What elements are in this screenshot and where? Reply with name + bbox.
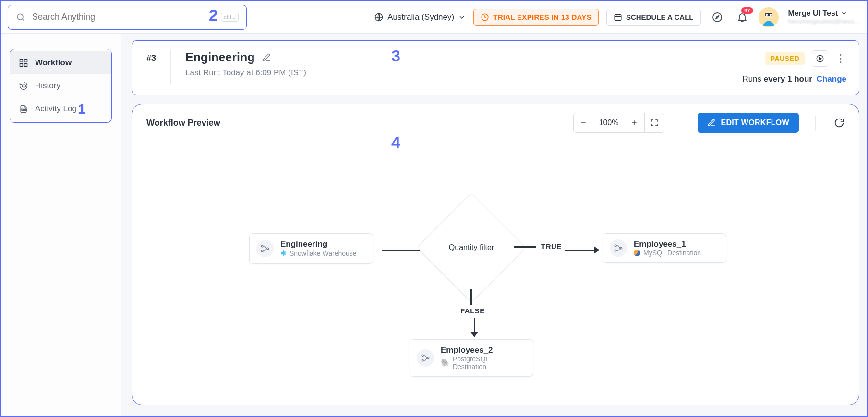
svg-rect-17 xyxy=(20,64,23,67)
compass-icon[interactable] xyxy=(709,9,726,26)
chevron-down-icon xyxy=(841,10,847,17)
edge-arrow xyxy=(470,289,472,305)
svg-point-13 xyxy=(765,13,767,15)
node-title: Employees_2 xyxy=(441,346,524,355)
svg-point-34 xyxy=(427,357,429,359)
svg-rect-18 xyxy=(24,64,27,67)
edit-workflow-button[interactable]: EDIT WORKFLOW xyxy=(698,113,799,133)
workflow-canvas[interactable]: Engineering ❄Snowflake Warehouse Quantit… xyxy=(142,140,849,395)
workflow-header: #3 Engineering Last Run: Today at 6:09 P… xyxy=(132,40,859,95)
sidebar-group: Workflow History LOG Activity Log xyxy=(10,49,112,123)
snowflake-icon: ❄ xyxy=(280,249,287,258)
svg-text:LOG: LOG xyxy=(22,108,27,111)
edge-arrow xyxy=(514,246,536,248)
main: #3 Engineering Last Run: Today at 6:09 P… xyxy=(121,34,867,416)
sidebar-item-label: History xyxy=(35,81,60,91)
postgresql-icon: 🐘 xyxy=(441,358,450,367)
svg-rect-15 xyxy=(20,60,23,62)
svg-point-33 xyxy=(422,359,423,361)
history-icon xyxy=(19,81,28,91)
sidebar-item-workflow[interactable]: Workflow xyxy=(10,51,111,74)
schedule-text: SCHEDULE A CALL xyxy=(626,13,694,21)
user-info: Merge UI Test hevomergeuitest@hevo… xyxy=(788,9,861,25)
svg-point-26 xyxy=(261,245,263,247)
svg-point-29 xyxy=(615,245,616,247)
node-title: Employees_1 xyxy=(634,239,701,249)
svg-point-8 xyxy=(713,13,722,22)
top-bar: ctrl J 2 Australia (Sydney) TRIAL EXPIRE… xyxy=(1,1,867,34)
svg-marker-9 xyxy=(716,16,719,19)
user-name: Merge UI Test xyxy=(788,9,838,18)
notification-count: 97 xyxy=(741,7,753,14)
search-input[interactable] xyxy=(31,12,215,23)
change-schedule-link[interactable]: Change xyxy=(817,74,846,83)
sidebar-item-label: Workflow xyxy=(35,58,72,68)
node-dest-2[interactable]: Employees_2 🐘PostgreSQL Destination xyxy=(410,339,533,377)
edge-label-true: TRUE xyxy=(541,242,562,250)
more-menu[interactable]: ⋮ xyxy=(835,52,846,65)
svg-point-27 xyxy=(261,250,263,252)
zoom-fit-button[interactable] xyxy=(644,113,664,133)
edge-arrow xyxy=(470,318,478,337)
refresh-button[interactable] xyxy=(832,116,846,130)
svg-rect-16 xyxy=(24,60,27,62)
workflow-title: Engineering xyxy=(185,50,254,64)
avatar xyxy=(759,7,779,27)
edge-arrow xyxy=(565,246,600,254)
search-icon xyxy=(16,12,25,22)
svg-point-0 xyxy=(17,14,23,20)
clock-icon xyxy=(481,13,489,22)
workflow-last-run: Last Run: Today at 6:09 PM (IST) xyxy=(185,68,306,78)
flow-icon xyxy=(256,240,274,257)
node-title: Engineering xyxy=(280,239,357,249)
node-source[interactable]: Engineering ❄Snowflake Warehouse xyxy=(249,233,373,264)
globe-icon xyxy=(374,12,384,22)
sidebar: Workflow History LOG Activity Log 1 xyxy=(1,34,121,416)
search-box[interactable]: ctrl J xyxy=(8,5,247,30)
search-wrap: ctrl J 2 xyxy=(8,5,247,30)
svg-point-28 xyxy=(267,248,269,250)
svg-point-32 xyxy=(422,355,423,357)
region-label: Australia (Sydney) xyxy=(387,12,454,22)
mysql-icon xyxy=(634,250,640,256)
node-condition[interactable]: Quantity filter xyxy=(433,209,510,286)
flow-icon xyxy=(610,239,627,257)
node-sub: PostgreSQL Destination xyxy=(453,355,524,370)
status-badge: PAUSED xyxy=(765,52,805,65)
flow-icon xyxy=(417,349,434,367)
region-selector[interactable]: Australia (Sydney) xyxy=(374,12,466,22)
trial-banner[interactable]: TRIAL EXPIRES IN 13 DAYS xyxy=(473,9,599,26)
condition-label: Quantity filter xyxy=(433,209,510,286)
edit-title-icon[interactable] xyxy=(262,53,271,62)
play-button[interactable] xyxy=(812,50,828,67)
svg-point-30 xyxy=(615,250,616,251)
svg-rect-4 xyxy=(615,14,621,20)
edge-label-false: FALSE xyxy=(460,307,485,315)
zoom-level: 100% xyxy=(593,113,625,133)
node-dest-1[interactable]: Employees_1 MySQL Destination xyxy=(603,233,726,263)
user-menu[interactable]: Merge UI Test hevomergeuitest@hevo… xyxy=(759,7,861,27)
zoom-controls: 100% xyxy=(573,113,665,133)
sidebar-item-label: Activity Log xyxy=(35,104,77,114)
notifications-button[interactable]: 97 xyxy=(734,9,751,26)
log-icon: LOG xyxy=(19,104,28,114)
grid-icon xyxy=(19,58,28,68)
trial-text: TRIAL EXPIRES IN 13 DAYS xyxy=(493,13,591,21)
workflow-preview: Workflow Preview 100% EDIT WORKFLOW 4 xyxy=(132,104,859,405)
svg-rect-19 xyxy=(23,85,26,87)
zoom-out-button[interactable] xyxy=(573,113,593,133)
user-email: hevomergeuitest@hevo… xyxy=(788,18,861,25)
workflow-number: #3 xyxy=(146,50,156,63)
search-shortcut: ctrl J xyxy=(221,13,239,22)
sidebar-item-activity-log[interactable]: LOG Activity Log xyxy=(10,97,111,120)
preview-title: Workflow Preview xyxy=(146,118,220,128)
sidebar-item-history[interactable]: History xyxy=(10,74,111,97)
svg-point-14 xyxy=(769,13,771,15)
runs-schedule: Runs every 1 hour Change xyxy=(742,74,846,84)
schedule-call-button[interactable]: SCHEDULE A CALL xyxy=(606,9,701,26)
node-sub: Snowflake Warehouse xyxy=(289,250,357,257)
svg-point-31 xyxy=(620,247,622,249)
zoom-in-button[interactable] xyxy=(624,113,644,133)
annotation-3: 3 xyxy=(391,47,400,65)
node-sub: MySQL Destination xyxy=(643,249,701,257)
